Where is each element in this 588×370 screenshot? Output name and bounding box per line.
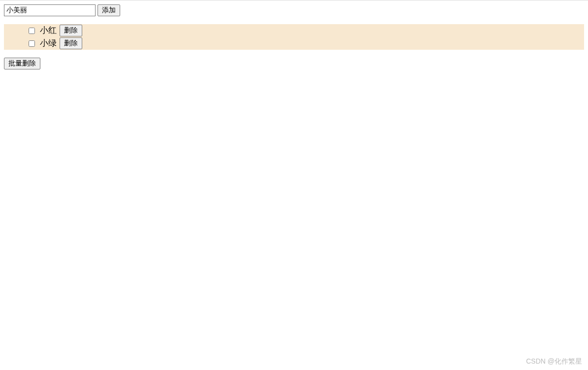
item-checkbox[interactable] <box>29 28 35 34</box>
item-list: 小红 删除 小绿 删除 <box>4 24 584 50</box>
item-name-label: 小红 <box>40 24 57 37</box>
item-name-label: 小绿 <box>40 37 57 50</box>
bulk-delete-button[interactable]: 批量删除 <box>4 58 40 69</box>
add-button[interactable]: 添加 <box>98 4 120 16</box>
delete-button[interactable]: 删除 <box>60 25 82 36</box>
add-row: 添加 <box>4 4 584 16</box>
list-item: 小绿 删除 <box>4 37 584 50</box>
bulk-row: 批量删除 <box>4 58 584 69</box>
delete-button[interactable]: 删除 <box>60 37 82 49</box>
list-item: 小红 删除 <box>4 24 584 37</box>
item-checkbox[interactable] <box>29 40 35 47</box>
name-input[interactable] <box>4 4 96 16</box>
